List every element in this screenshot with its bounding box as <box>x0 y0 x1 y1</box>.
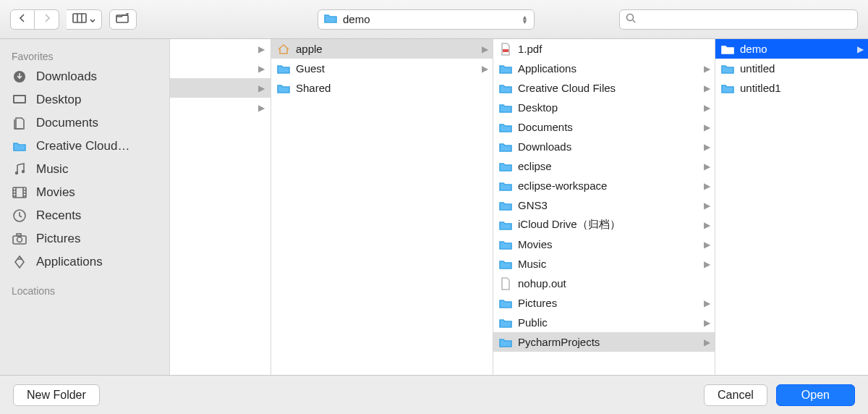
sidebar-item-pictures[interactable]: Pictures <box>0 227 169 250</box>
sidebar-item-creative-cloud-[interactable]: Creative Cloud… <box>0 135 169 158</box>
list-item-apple[interactable]: apple▶ <box>271 39 493 59</box>
chevron-right-icon: ▶ <box>704 83 710 93</box>
chevron-right-icon: ▶ <box>258 103 265 113</box>
search-field[interactable] <box>619 9 858 30</box>
open-button[interactable]: Open <box>776 384 855 406</box>
column-1[interactable]: apple▶Guest▶Shared <box>271 39 493 375</box>
list-item-1-pdf[interactable]: 1.pdf <box>493 39 715 59</box>
list-item-label: Guest <box>296 62 325 75</box>
list-item-gns3[interactable]: GNS3▶ <box>493 195 715 215</box>
list-item-downloads[interactable]: Downloads▶ <box>493 137 715 156</box>
documents-icon <box>12 115 27 131</box>
list-item-icloud-drive-[interactable]: iCloud Drive（归档）▶ <box>493 215 715 235</box>
chevron-right-icon <box>43 13 51 25</box>
search-input[interactable] <box>640 14 851 25</box>
sidebar-item-label: Documents <box>36 116 98 130</box>
list-item-eclipse[interactable]: eclipse▶ <box>493 156 715 176</box>
sidebar-item-movies[interactable]: Movies <box>0 181 169 204</box>
column-3[interactable]: demo▶untitleduntitled1 <box>715 39 868 375</box>
folder-icon <box>721 43 734 56</box>
folder-icon <box>499 219 512 232</box>
chevron-right-icon: ▶ <box>258 83 265 93</box>
chevron-right-icon: ▶ <box>704 337 710 347</box>
music-folder-icon <box>499 258 512 271</box>
sidebar-item-desktop[interactable]: Desktop <box>0 88 169 111</box>
new-folder-toolbar-button[interactable] <box>109 9 137 30</box>
list-item-pictures[interactable]: Pictures▶ <box>493 293 715 313</box>
list-item-label: Pictures <box>518 297 557 309</box>
list-item[interactable]: ▶ <box>170 39 271 59</box>
svg-point-7 <box>22 170 25 173</box>
sidebar-item-applications[interactable]: Applications <box>0 250 169 274</box>
chevron-left-icon <box>19 13 26 25</box>
svg-point-2 <box>627 14 634 20</box>
list-item-music[interactable]: Music▶ <box>493 254 715 274</box>
list-item-demo[interactable]: demo▶ <box>715 39 868 59</box>
list-item-pycharmprojects[interactable]: PycharmProjects▶ <box>493 332 715 352</box>
sidebar-item-label: Applications <box>36 255 103 269</box>
folder-icon <box>499 336 512 349</box>
sidebar-item-recents[interactable]: Recents <box>0 204 169 227</box>
folder-icon <box>277 62 290 75</box>
list-item-label: GNS3 <box>518 199 548 211</box>
new-folder-button[interactable]: New Folder <box>13 384 100 406</box>
list-item-movies[interactable]: Movies▶ <box>493 235 715 254</box>
list-item-label: eclipse <box>518 160 552 172</box>
sidebar-favorites-header: Favorites <box>0 46 169 65</box>
list-item-label: apple <box>296 43 323 55</box>
list-item-applications[interactable]: Applications▶ <box>493 59 715 78</box>
sidebar-item-music[interactable]: Music <box>0 158 169 181</box>
list-item-desktop[interactable]: Desktop▶ <box>493 98 715 117</box>
folder-icon <box>499 160 512 173</box>
path-popup[interactable]: demo ▲▼ <box>318 9 535 30</box>
sidebar-item-downloads[interactable]: Downloads <box>0 65 169 88</box>
pdf-icon <box>499 43 512 56</box>
folder-icon <box>12 138 27 154</box>
nav-back-button[interactable] <box>10 9 35 30</box>
list-item-label: Music <box>518 258 546 270</box>
cancel-button[interactable]: Cancel <box>704 384 767 406</box>
chevron-right-icon: ▶ <box>704 318 710 328</box>
view-segment <box>67 9 102 30</box>
list-item-label: Applications <box>518 62 576 75</box>
list-item-shared[interactable]: Shared <box>271 78 493 98</box>
list-item[interactable]: ▶ <box>170 59 271 78</box>
list-item-untitled1[interactable]: untitled1 <box>715 78 868 98</box>
list-item-label: 1.pdf <box>518 43 542 55</box>
list-item-nohup-out[interactable]: nohup.out <box>493 274 715 293</box>
list-item-label: Documents <box>518 121 573 133</box>
list-item-public[interactable]: Public▶ <box>493 313 715 332</box>
updown-icon: ▲▼ <box>522 15 528 24</box>
chevron-right-icon: ▶ <box>704 259 710 269</box>
list-item-label: Desktop <box>518 101 558 114</box>
list-item-guest[interactable]: Guest▶ <box>271 59 493 78</box>
sidebar-item-label: Pictures <box>36 232 80 246</box>
list-item[interactable]: ▶ <box>170 98 271 117</box>
blank-file-icon <box>499 277 512 290</box>
column-2[interactable]: 1.pdfApplications▶Creative Cloud Files▶D… <box>493 39 715 375</box>
folder-icon <box>499 82 512 95</box>
sidebar-item-label: Music <box>36 162 68 177</box>
desktop-folder-icon <box>499 101 512 114</box>
chevron-down-icon <box>90 14 95 25</box>
list-item[interactable]: ▶ <box>170 78 271 98</box>
list-item-label: PycharmProjects <box>518 336 600 348</box>
list-item-eclipse-workspace[interactable]: eclipse-workspace▶ <box>493 176 715 195</box>
chevron-right-icon: ▶ <box>482 64 488 74</box>
folder-icon <box>277 82 290 95</box>
view-columns-button[interactable] <box>67 9 102 30</box>
folder-icon <box>499 316 512 329</box>
column-0[interactable]: ▶▶▶▶ <box>170 39 271 375</box>
list-item-label: Public <box>518 316 548 329</box>
path-label: demo <box>343 13 370 25</box>
sidebar-item-documents[interactable]: Documents <box>0 111 169 135</box>
list-item-creative-cloud-files[interactable]: Creative Cloud Files▶ <box>493 78 715 98</box>
nav-forward-button[interactable] <box>35 9 59 30</box>
list-item-untitled[interactable]: untitled <box>715 59 868 78</box>
sidebar: Favorites DownloadsDesktopDocumentsCreat… <box>0 39 170 375</box>
main-area: Favorites DownloadsDesktopDocumentsCreat… <box>0 39 868 375</box>
folder-icon <box>499 121 512 134</box>
toolbar: demo ▲▼ <box>0 0 868 39</box>
sidebar-locations-header: Locations <box>0 281 169 300</box>
list-item-documents[interactable]: Documents▶ <box>493 117 715 137</box>
